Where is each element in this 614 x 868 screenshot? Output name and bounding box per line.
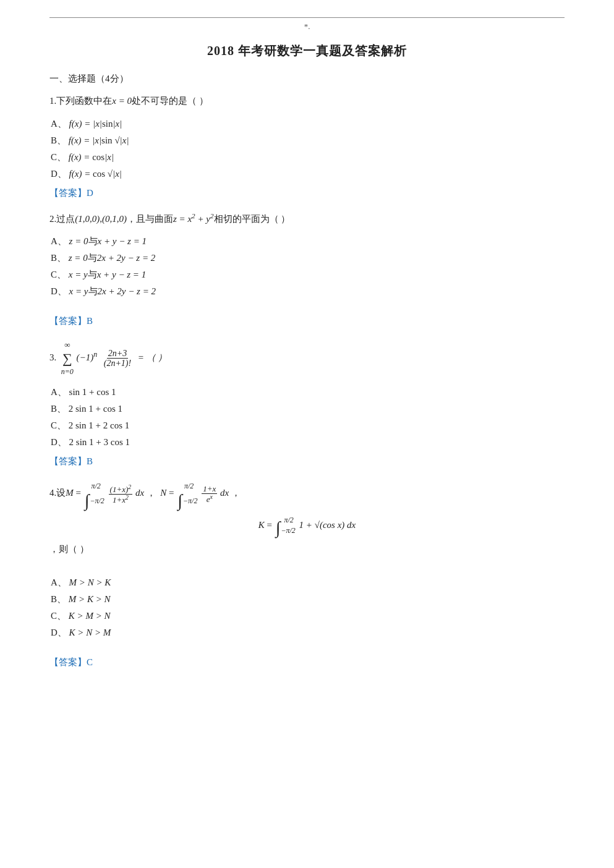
q1-x: x = 0 [112, 96, 132, 106]
q4-option-b: B、 M > K > N [51, 591, 565, 608]
q3-answer: 【答案】B [49, 456, 565, 467]
q1-option-c: C、 f(x) = cos|x| [51, 149, 565, 166]
q1-option-d: D、 f(x) = cos √|x| [51, 166, 565, 182]
q3-sum-upper: ∞ [64, 338, 70, 352]
question-1: 1.下列函数中在x = 0处不可导的是（ ） A、 f(x) = |x|sin|… [49, 93, 565, 199]
q1-text-pre: 1.下列函数中在 [49, 96, 112, 106]
q3-summand: (−1)n 2n+3 (2n+1)! = （ ） [74, 348, 167, 368]
q4-text-post: ，则（ ） [49, 542, 565, 558]
q4-integral-n-sign: ∫ [177, 492, 182, 509]
q4-n-frac-num: 1+x [202, 485, 217, 494]
q2-option-a: A、 z = 0与x + y − z = 1 [51, 233, 565, 250]
q4-m-frac-num: (1+x)2 [109, 483, 133, 495]
q1-text-post: 处不可导的是（ ） [132, 96, 208, 106]
q4-n-frac-den: ex [205, 494, 214, 504]
q1-answer: 【答案】D [49, 187, 565, 199]
q2-option-d: D、 x = y与2x + 2y − z = 2 [51, 283, 565, 300]
top-divider [49, 17, 565, 18]
q4-integral-m-sign: ∫ [85, 492, 90, 509]
q4-option-d: D、 K > N > M [51, 624, 565, 641]
q3-option-d: D、 2 sin 1 + 3 cos 1 [51, 434, 565, 451]
section-title: 一、选择题（4分） [49, 73, 565, 85]
question-3: 3. ∞ ∑ n=0 (−1)n 2n+3 (2n+1)! = （ ） [49, 338, 565, 467]
q2-answer: 【答案】B [49, 315, 565, 327]
q4-answer: 【答案】C [49, 657, 565, 668]
q4-integral-n-limits: π/2 −π/2 [183, 479, 197, 508]
q4-option-c: C、 K > M > N [51, 608, 565, 624]
q4-integral-m-limits: π/2 −π/2 [90, 479, 104, 508]
q4-integral-k-sign: ∫ [276, 519, 281, 537]
question-4: 4.设M = ∫ π/2 −π/2 (1+x)2 1+x2 dx ， N = ∫… [49, 479, 565, 668]
page-number: *. [49, 22, 565, 32]
q2-option-b: B、 z = 0与2x + 2y − z = 2 [51, 250, 565, 266]
q1-text: 1.下列函数中在x = 0处不可导的是（ ） [49, 93, 565, 109]
q3-option-c: C、 2 sin 1 + 2 cos 1 [51, 417, 565, 434]
q4-option-a: A、 M > N > K [51, 574, 565, 591]
q4-integral-k-limits: π/2 −π/2 [281, 516, 295, 535]
q3-sum-lower: n=0 [61, 365, 74, 378]
q1-option-b: B、 f(x) = |x|sin √|x| [51, 132, 565, 149]
q2-text: 2.过点(1,0,0),(0,1,0)，且与曲面z = x2 + y2相切的平面… [49, 210, 565, 228]
q4-m-frac-den: 1+x2 [111, 495, 130, 505]
q3-frac-num: 2n+3 [107, 349, 128, 359]
q4-text: 4.设M = ∫ π/2 −π/2 (1+x)2 1+x2 dx ， N = ∫… [49, 479, 565, 509]
q3-option-b: B、 2 sin 1 + cos 1 [51, 401, 565, 417]
q3-option-a: A、 sin 1 + cos 1 [51, 384, 565, 401]
q3-frac-den: (2n+1)! [103, 359, 132, 368]
q2-option-c: C、 x = y与x + y − z = 1 [51, 266, 565, 283]
q3-text: 3. ∞ ∑ n=0 (−1)n 2n+3 (2n+1)! = （ ） [49, 338, 565, 378]
q3-sum-sigma: ∑ [62, 352, 72, 365]
main-title: 2018 年考研数学一真题及答案解析 [49, 43, 565, 59]
page: *. 2018 年考研数学一真题及答案解析 一、选择题（4分） 1.下列函数中在… [0, 17, 614, 868]
q1-option-a: A、 f(x) = |x|sin|x| [51, 116, 565, 132]
question-2: 2.过点(1,0,0),(0,1,0)，且与曲面z = x2 + y2相切的平面… [49, 210, 565, 328]
q4-k-formula: K = ∫ π/2 −π/2 1 + √(cos x) dx [49, 516, 565, 537]
